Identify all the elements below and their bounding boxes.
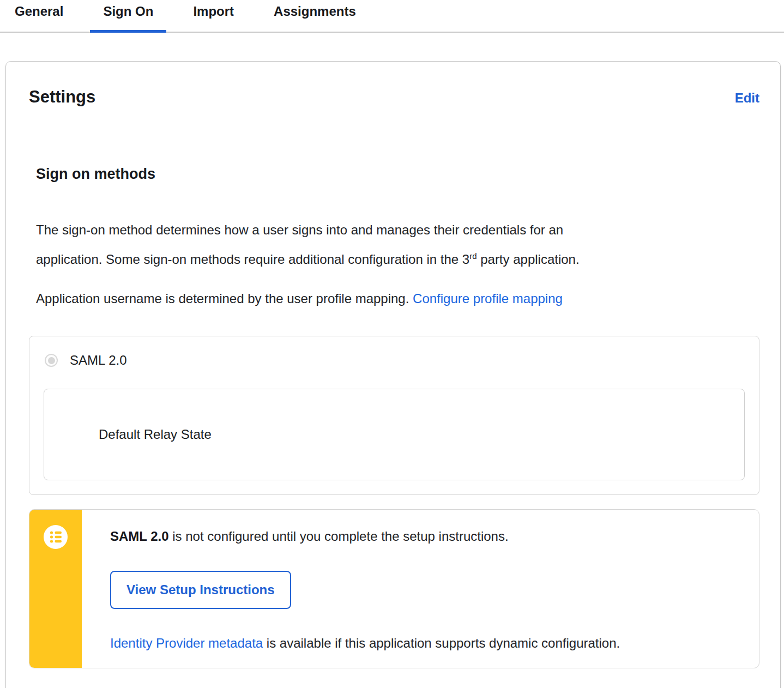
active-tab-underline [90,30,166,33]
username-note-text: Application username is determined by th… [36,291,413,306]
app-tabs: General Sign On Import Assignments [0,0,784,33]
callout-message: SAML 2.0 is not configured until you com… [110,527,737,546]
list-icon [44,525,68,549]
description-line2-end: party application. [477,252,580,267]
identity-provider-metadata-link[interactable]: Identity Provider metadata [110,636,263,650]
tab-sign-on[interactable]: Sign On [103,3,153,32]
default-relay-state-field: Default Relay State [44,389,745,480]
callout-app-name: SAML 2.0 [110,529,169,544]
callout-accent-bar [29,510,82,668]
tab-import[interactable]: Import [193,3,234,32]
settings-card: Settings Edit Sign on methods The sign-o… [5,61,781,688]
callout-body: SAML 2.0 is not configured until you com… [82,510,759,668]
description-line1: The sign-on method determines how a user… [36,222,563,237]
tab-label: Sign On [103,4,153,19]
saml-method-box: SAML 2.0 Default Relay State [29,336,759,495]
sign-on-description: The sign-on method determines how a user… [36,217,759,273]
tab-label: Import [193,4,234,19]
edit-link[interactable]: Edit [735,90,759,106]
tab-label: General [15,4,63,19]
application-username-note: Application username is determined by th… [36,286,759,312]
saml-radio[interactable] [45,354,58,367]
ordinal-suffix: rd [469,251,477,261]
metadata-note: Identity Provider metadata is available … [110,635,737,651]
saml-setup-callout: SAML 2.0 is not configured until you com… [29,509,759,668]
tab-assignments[interactable]: Assignments [274,3,356,32]
settings-card-header: Settings Edit [29,87,759,107]
saml-radio-label: SAML 2.0 [70,353,127,368]
tab-general[interactable]: General [15,3,63,32]
tab-label: Assignments [274,4,356,19]
metadata-note-text: is available if this application support… [263,636,620,650]
view-setup-instructions-button[interactable]: View Setup Instructions [110,571,291,609]
settings-title: Settings [29,87,95,107]
configure-profile-mapping-link[interactable]: Configure profile mapping [413,291,563,306]
default-relay-state-label: Default Relay State [99,427,212,442]
callout-message-text: is not configured until you complete the… [169,529,509,544]
description-line2: application. Some sign-on methods requir… [36,252,469,267]
saml-radio-row: SAML 2.0 [44,353,745,368]
sign-on-methods-heading: Sign on methods [36,165,759,183]
radio-dot [48,357,55,364]
